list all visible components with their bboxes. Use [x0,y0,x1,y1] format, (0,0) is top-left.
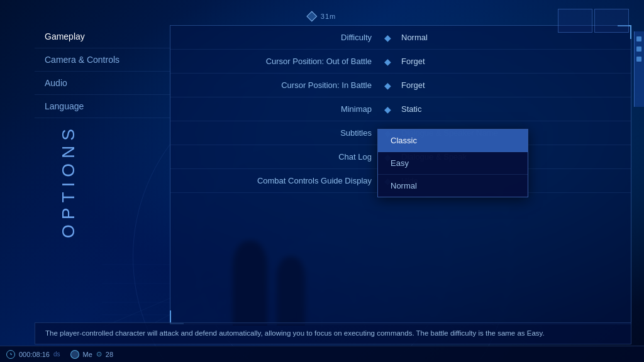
setting-row-cursor-out: Cursor Position: Out of Battle ◆ Forget [170,50,631,74]
nav-item-camera[interactable]: Camera & Controls [35,48,173,72]
ui-container: 31m Options Gameplay Camera & Controls A… [0,0,644,362]
dropdown-item-easy[interactable]: Easy [378,152,528,175]
cursor-in-value[interactable]: Forget [401,80,618,90]
face-icon [70,350,79,359]
dropdown-item-classic[interactable]: Classic [378,129,528,152]
face-icon-circle: ⊙ [96,350,102,358]
status-time: 000:08:16 ds [6,350,60,359]
cursor-out-label: Cursor Position: Out of Battle [183,57,384,66]
difficulty-label: Difficulty [183,33,384,42]
difficulty-value[interactable]: Normal [401,33,618,42]
minimap-label: Minimap [183,104,384,114]
clock-icon [6,350,15,359]
cursor-out-value[interactable]: Forget [401,57,618,66]
nav-panel: Gameplay Camera & Controls Audio Languag… [35,25,173,324]
top-bar-time: 31m [321,13,336,20]
combat-controls-label: Combat Controls Guide Display [183,176,384,185]
cursor-in-arrow: ◆ [384,80,391,90]
nav-item-audio[interactable]: Audio [35,72,173,95]
dropdown-menu: Classic Easy Normal [377,129,528,197]
top-right-decorations [558,9,629,33]
nav-diamond-icon [306,11,317,22]
minimap-arrow: ◆ [384,104,391,114]
top-bar: 31m [308,13,336,20]
setting-row-cursor-in: Cursor Position: In Battle ◆ Forget [170,74,631,97]
time-value: 000:08:16 [19,351,50,358]
cursor-in-label: Cursor Position: In Battle [183,80,384,90]
cursor-out-arrow: ◆ [384,57,391,67]
time-suffix: ds [53,351,60,358]
dropdown-item-normal[interactable]: Normal [378,175,528,197]
status-bar: 000:08:16 ds Me ⊙ 28 [0,346,644,362]
status-face: Me ⊙ 28 [70,350,114,359]
nav-item-gameplay[interactable]: Gameplay [35,25,173,48]
face-label: Me [83,351,92,358]
face-value: 28 [106,351,113,358]
nav-item-language[interactable]: Language [35,95,173,118]
description-text: The player-controlled character will att… [45,329,545,337]
setting-row-minimap: Minimap ◆ Static [170,97,631,121]
description-bar: The player-controlled character will att… [35,322,631,344]
subtitles-label: Subtitles [183,128,384,138]
chat-log-label: Chat Log [183,152,384,162]
minimap-value[interactable]: Static [401,104,618,114]
difficulty-arrow: ◆ [384,33,391,43]
clock-svg [8,352,13,357]
